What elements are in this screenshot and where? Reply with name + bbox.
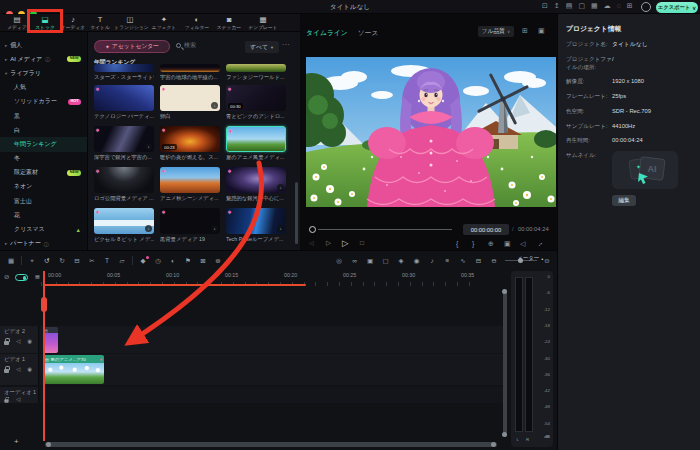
stock-thumbnail[interactable]: ♦↓ [94,126,154,152]
tab-effect[interactable]: ✦エフェクト [147,15,181,31]
speed-icon[interactable]: ◷ [153,257,163,265]
grid-icon[interactable]: ▦ [591,2,598,9]
undo-icon[interactable]: ↺ [42,257,52,265]
stock-thumbnail[interactable]: ♦↓ [160,208,220,234]
edit-button[interactable]: 編集 [612,195,636,206]
next-frame-icon[interactable]: ▷ [326,240,331,247]
tab-title[interactable]: Tタイトル [83,15,117,31]
more-button[interactable]: ··· [282,41,290,48]
avatar[interactable] [641,2,651,12]
mute-track-icon[interactable]: ◁ [16,367,20,373]
stock-thumbnail[interactable] [226,64,286,72]
play-button[interactable]: ▷ [342,239,349,248]
meter-toggle[interactable]: メーター▴ [517,255,543,262]
media-bin-icon[interactable]: ▦ [6,257,16,265]
group-icon[interactable]: ▢ [381,257,391,265]
stock-thumbnail-selected[interactable]: ♦ [226,126,286,152]
download-icon[interactable]: ↓ [145,143,152,150]
fullscreen-icon[interactable]: ↔ [535,239,545,249]
sidebar-item-personal[interactable]: ▸個人 [0,38,87,52]
voiceover-icon[interactable]: ♪ [427,257,437,264]
lock-track-icon[interactable] [4,399,8,402]
split-screen-icon[interactable]: ▣ [365,257,375,265]
add-track-button[interactable]: + [14,437,19,446]
export-button[interactable]: エクスポート∨ [656,2,698,13]
mark-in-icon[interactable]: { [456,240,458,247]
mask-tool-icon[interactable]: ◉ [412,257,422,265]
apps-icon[interactable]: ⊞ [627,2,633,9]
stock-thumbnail[interactable] [160,64,220,72]
snapshot-camera-icon[interactable]: ▣ [504,240,511,247]
download-icon[interactable]: ↓ [145,225,152,232]
stock-thumbnail[interactable]: ♦↓ [160,85,220,111]
tab-sticker[interactable]: ◙ステッカー [212,15,246,31]
layout-icon[interactable]: ▤ [566,2,573,9]
timeline-vertical-scrollbar[interactable] [503,289,507,437]
download-icon[interactable]: ↓ [277,184,284,191]
grid-display-icon[interactable]: ⊞ [522,27,528,34]
sidebar-item-limited[interactable]: 限定素材NEW [0,166,87,180]
timeline-horizontal-scrollbar[interactable] [45,442,497,447]
search-input[interactable] [184,42,236,48]
zoom-out-icon[interactable]: ⊖ [489,257,499,265]
record-icon[interactable]: ◎ [334,257,344,265]
previous-frame-icon[interactable]: ◁ [309,240,314,246]
device-icon[interactable]: ▢ [578,2,585,9]
screenshot-icon[interactable]: ⊠ [198,257,208,265]
timeline-clip-video2[interactable]: ▤ [43,327,58,353]
sidebar-item-annual-ranking[interactable]: 年間ランキング [0,137,87,151]
auto-ripple-toggle[interactable] [15,274,28,281]
lock-track-icon[interactable] [4,341,9,345]
timeline-clip-summer-anime[interactable]: ▤ 夏のアニメ...ア70 ♦ [43,355,104,384]
mute-track-icon[interactable]: ◁ [16,397,20,403]
mixer-icon[interactable]: ≡ [443,257,453,264]
stock-thumbnail[interactable] [94,64,154,72]
track-lane-video1[interactable] [40,354,503,385]
tab-transition[interactable]: ◫トランジション [113,15,147,31]
notification-icon[interactable]: ◌ [617,2,621,9]
audio-wave-icon[interactable]: ∿ [458,257,468,265]
scrubber-knob[interactable] [309,226,316,233]
stock-thumbnail[interactable]: ♦↓ [226,167,286,193]
sidebar-item-neon[interactable]: ネオン [0,180,87,194]
keyframe-icon[interactable]: ◆ [138,257,148,265]
tab-filter[interactable]: ◐フィルター [180,15,214,31]
link-icon[interactable]: ∞ [350,257,360,264]
stock-thumbnail[interactable]: ♦ [94,85,154,111]
sidebar-item-white[interactable]: 白 [0,123,87,137]
stock-thumbnail[interactable]: ♦00:23 [160,126,220,152]
redo-icon[interactable]: ↻ [57,257,67,265]
sidebar-item-solid-color[interactable]: ソリッドカラーHOT [0,95,87,109]
crop-icon[interactable]: ▱ [117,257,127,265]
lock-track-icon[interactable] [4,369,9,373]
stop-button[interactable]: □ [360,240,364,247]
playhead-handle[interactable] [41,297,47,312]
unlink-tracks-icon[interactable]: ⊘ [4,274,9,281]
stock-thumbnail[interactable]: ♦ [94,167,154,193]
sidebar-item-partner[interactable]: ▸パートナーⓘ [0,237,87,251]
sidebar-item-ai-media[interactable]: ▸AI メディアⓘNEW [0,52,87,66]
hide-track-icon[interactable]: ◉ [27,367,32,373]
package-icon[interactable]: ⊡ [542,2,548,9]
sidebar-item-fuji[interactable]: 富士山 [0,194,87,208]
download-icon[interactable]: ↓ [211,225,218,232]
select-tool-icon[interactable]: ⌖ [27,257,37,265]
sidebar-item-popular[interactable]: 人気 [0,81,87,95]
track-lane-video2[interactable] [40,326,503,353]
stock-thumbnail[interactable]: ♦↓ [94,208,154,234]
hide-track-icon[interactable]: ◉ [27,339,32,345]
transition-tool-icon[interactable]: ◈ [396,257,406,265]
media-scrollbar[interactable] [295,182,298,244]
download-icon[interactable]: ↓ [277,225,284,232]
preview-zoom-icon[interactable]: ⊕ [488,240,494,247]
stock-thumbnail[interactable]: ♦↓ [226,208,286,234]
quality-dropdown[interactable]: フル品質∨ [478,26,514,37]
tab-template[interactable]: ▦テンプレート [246,15,280,31]
mask-icon[interactable]: ◐ [168,257,178,264]
share-icon[interactable]: ↥ [554,2,560,9]
auto-frame-icon[interactable]: ⊟ [474,257,484,265]
background-icon[interactable]: ▣ [538,27,545,34]
sidebar-item-flower[interactable]: 花 [0,208,87,222]
delete-icon[interactable]: ⊟ [72,257,82,265]
speaker-icon[interactable]: ◁ [520,240,525,247]
